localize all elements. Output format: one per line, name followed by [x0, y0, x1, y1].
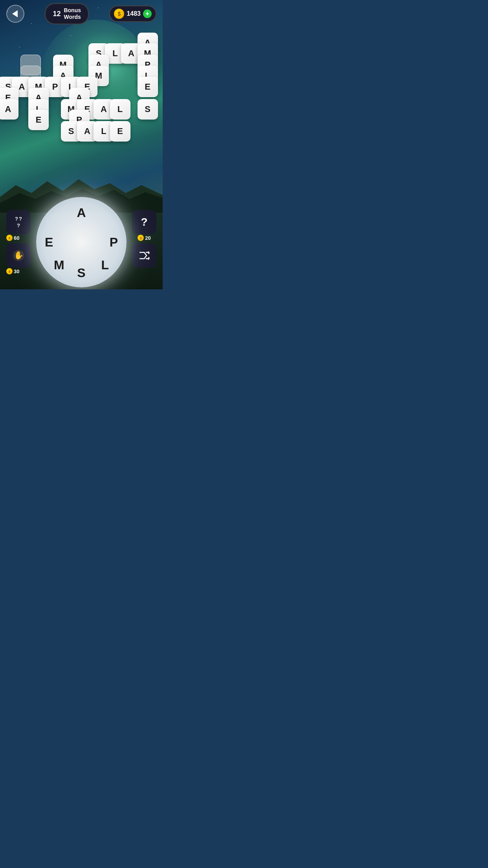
tile-letter-a-23: A — [0, 99, 18, 120]
help-cost-coin: $ — [138, 235, 144, 241]
help-icon: ? — [141, 216, 147, 228]
wheel-letter-m[interactable]: M — [54, 258, 64, 272]
hand-icon: ✋ — [11, 248, 26, 263]
reveal-button[interactable]: ?? ? — [6, 210, 31, 234]
wheel-letter-l[interactable]: L — [101, 258, 109, 272]
tile-letter-e-35: E — [110, 121, 130, 142]
wheel-letter-p[interactable]: P — [110, 235, 118, 250]
bottom-area: ✋ $ 30 ?? ? $ 60 ? $ 20 A — [0, 195, 163, 289]
coins-badge: $ 1483 + — [109, 6, 156, 22]
hint-button[interactable]: ✋ — [6, 243, 31, 268]
back-button[interactable] — [6, 5, 24, 23]
letter-wheel[interactable]: A P L S M E — [36, 197, 127, 287]
bonus-count: 12 — [53, 10, 61, 18]
tile-letter-s-29: S — [138, 99, 158, 120]
help-cost-label: 20 — [145, 235, 150, 241]
header: 12 BonusWords $ 1483 + — [0, 0, 163, 28]
coin-count: 1483 — [127, 10, 141, 17]
crossword-grid: ASLAMMAPAMLSAMPLEEEAAALMEALSEPSALE — [0, 29, 163, 195]
tile-letter-l-28: L — [110, 99, 130, 120]
tile-letter-e-30: E — [28, 110, 49, 130]
shuffle-icon — [137, 248, 151, 263]
shuffle-button[interactable] — [132, 243, 156, 268]
wheel-letter-s[interactable]: S — [77, 266, 85, 280]
reveal-cost-label: 60 — [14, 235, 19, 241]
add-coins-button[interactable]: + — [143, 9, 152, 18]
bonus-words-badge: 12 BonusWords — [45, 3, 89, 24]
hint-cost-coin: $ — [6, 268, 13, 274]
wheel-letter-e[interactable]: E — [45, 235, 53, 250]
back-arrow-icon — [12, 10, 18, 17]
hint-cost-label: 30 — [14, 268, 19, 274]
tile-letter-e-19: E — [138, 77, 158, 97]
coin-icon: $ — [114, 9, 124, 19]
wheel-letter-a[interactable]: A — [77, 206, 86, 220]
reveal-cost-coin: $ — [6, 235, 13, 241]
bonus-label: BonusWords — [64, 7, 81, 20]
help-button[interactable]: ? — [132, 210, 156, 234]
svg-text:✋: ✋ — [14, 250, 24, 260]
reveal-icon: ?? ? — [15, 216, 22, 228]
